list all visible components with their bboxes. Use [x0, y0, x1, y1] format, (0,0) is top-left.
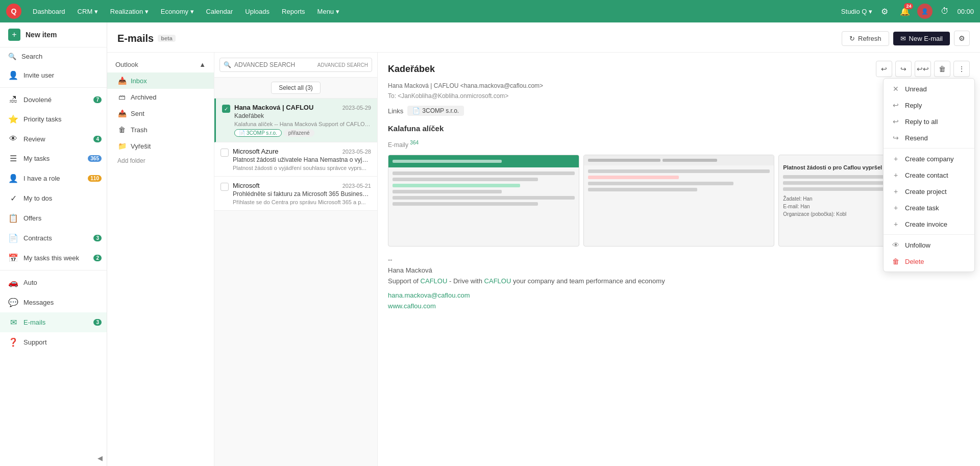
- email-settings-button[interactable]: ⚙: [954, 31, 970, 46]
- sidebar-item-taskweek[interactable]: 📅 My tasks this week 2: [0, 248, 107, 268]
- folder-trash[interactable]: 🗑 Trash: [107, 121, 214, 138]
- sidebar-item-support[interactable]: ❓ Support: [0, 332, 107, 352]
- nav-menu[interactable]: Menu ▾: [312, 5, 345, 18]
- nav-uploads[interactable]: Uploads: [240, 5, 275, 18]
- sidebar-invite-user[interactable]: 👤 Invite user: [0, 65, 107, 85]
- outlook-label: Outlook: [115, 61, 138, 68]
- sig-caflou-link2[interactable]: CAFLOU: [484, 277, 511, 285]
- archived-icon: 🗃: [117, 93, 127, 101]
- unread-label: Unread: [905, 85, 927, 93]
- timer-icon[interactable]: ⏱: [937, 3, 953, 19]
- settings-icon-btn[interactable]: ⚙: [876, 3, 893, 19]
- email-page-header: E-mails beta ↻ Refresh ✉ New E-mail ⚙: [107, 22, 980, 53]
- folder-archived[interactable]: 🗃 Archived: [107, 89, 214, 105]
- sidebar-collapse-button[interactable]: ◀: [0, 450, 107, 466]
- create-project-icon: +: [892, 187, 900, 195]
- folders-panel: Outlook ▲ 📥 Inbox 🗃 Archived 📤 Sent 🗑: [107, 53, 214, 466]
- nav-crm[interactable]: CRM ▾: [72, 5, 103, 18]
- list-icon: ☰: [8, 154, 18, 163]
- invite-user-label: Invite user: [23, 71, 99, 79]
- dropdown-reply[interactable]: ↩ Reply: [884, 97, 974, 113]
- email-detail-header: Kadeřábek ↩ ↪ ↩↩ 🗑 ⋮: [388, 61, 970, 77]
- sidebar-item-messages[interactable]: 💬 Messages: [0, 292, 107, 312]
- email-checkbox-2[interactable]: [220, 149, 229, 157]
- reply-back-button[interactable]: ↩: [876, 61, 892, 77]
- sidebar-item-dovolene[interactable]: 🏖 Dovolené 7: [0, 90, 107, 109]
- ihaverole-label: I have a role: [23, 175, 99, 182]
- dropdown-unfollow[interactable]: 👁 Unfollow: [884, 237, 974, 253]
- email-tag-assigned[interactable]: přiřazené: [284, 129, 314, 137]
- sidebar-item-priority[interactable]: ⭐ Priority tasks: [0, 109, 107, 129]
- reply-forward-button[interactable]: ↪: [895, 61, 912, 77]
- folder-group-header[interactable]: Outlook ▲: [107, 57, 214, 72]
- user-avatar[interactable]: 👤: [917, 4, 933, 19]
- email-preview-images: Platnost žádosti o pro Caflou vypršel Ža…: [388, 155, 970, 247]
- folder-vyresit[interactable]: 📁 Vyřešit: [107, 138, 214, 154]
- select-all-bar: Select all (3): [214, 78, 377, 99]
- nav-realization[interactable]: Realization ▾: [105, 5, 154, 18]
- sidebar-item-contracts[interactable]: 📄 Contracts 3: [0, 228, 107, 248]
- dropdown-divider-2: [884, 234, 974, 235]
- sidebar-item-offers[interactable]: 📋 Offers: [0, 208, 107, 228]
- delete-button[interactable]: 🗑: [934, 61, 950, 77]
- dropdown-create-contact[interactable]: + Create contact: [884, 167, 974, 183]
- sig-email-link[interactable]: hana.mackova@caflou.com: [388, 291, 470, 299]
- advanced-search-label[interactable]: ADVANCED SEARCH: [317, 62, 368, 68]
- notifications-btn[interactable]: 🔔 24: [897, 3, 913, 19]
- sidebar-item-ihaverole[interactable]: 👤 I have a role 110: [0, 168, 107, 188]
- email-subject-2: Platnost žádosti uživatele Hana Nemastna…: [233, 156, 371, 163]
- sidebar-item-auto[interactable]: 🚗 Auto: [0, 273, 107, 292]
- sidebar-item-mytasks[interactable]: ☰ My tasks 365: [0, 149, 107, 168]
- email-checkbox-3[interactable]: [220, 183, 229, 191]
- nav-calendar[interactable]: Calendar: [201, 5, 238, 18]
- sidebar-divider-2: [0, 270, 107, 271]
- email-date-2: 2023-05-28: [342, 149, 371, 155]
- add-folder-button[interactable]: Add folder: [107, 154, 214, 167]
- new-item-button[interactable]: + New item: [0, 22, 107, 47]
- dropdown-create-project[interactable]: + Create project: [884, 183, 974, 200]
- inbox-label: Inbox: [131, 77, 206, 85]
- dropdown-reply-all[interactable]: ↩ Reply to all: [884, 113, 974, 130]
- more-actions-button[interactable]: ⋮: [953, 61, 970, 77]
- email-tag-company[interactable]: 📄 3COMP s.r.o.: [234, 129, 282, 137]
- link-tag-company[interactable]: 📄 3COMP s.r.o.: [407, 106, 464, 116]
- select-all-button[interactable]: Select all (3): [271, 82, 321, 94]
- email-date-3: 2023-05-21: [342, 183, 371, 189]
- sidebar-item-emails[interactable]: ✉ E-mails 3: [0, 312, 107, 332]
- email-checkbox-1[interactable]: ✓: [222, 105, 230, 113]
- dropdown-resend[interactable]: ↪ Resend: [884, 130, 974, 146]
- dropdown-unread[interactable]: ✕ Unread: [884, 81, 974, 97]
- email-item-1[interactable]: ✓ Hana Macková | CAFLOU 2023-05-29 Kadeř…: [214, 99, 377, 142]
- new-item-label: New item: [26, 31, 57, 39]
- email-item-3[interactable]: Microsoft 2023-05-21 Prohlédněte si fakt…: [214, 177, 377, 211]
- dropdown-create-task[interactable]: + Create task: [884, 200, 974, 216]
- resend-icon: ↪: [892, 134, 900, 142]
- dropdown-delete[interactable]: 🗑 Delete: [884, 253, 974, 269]
- trash-icon: 🗑: [117, 126, 127, 134]
- sidebar-item-review[interactable]: 👁 Review 4: [0, 129, 107, 149]
- dropdown-create-invoice[interactable]: + Create invoice: [884, 216, 974, 232]
- reply-all-button[interactable]: ↩↩: [915, 61, 931, 77]
- refresh-button[interactable]: ↻ Refresh: [842, 31, 889, 46]
- sig-caflou-link1[interactable]: CAFLOU: [421, 277, 448, 285]
- messages-label: Messages: [23, 299, 99, 306]
- reply-all-label: Reply to all: [905, 118, 938, 126]
- top-navigation: Q Dashboard CRM ▾ Realization ▾ Economy …: [0, 0, 980, 22]
- email-body: Outlook ▲ 📥 Inbox 🗃 Archived 📤 Sent 🗑: [107, 53, 980, 466]
- folder-sent[interactable]: 📤 Sent: [107, 105, 214, 121]
- nav-economy[interactable]: Economy ▾: [156, 5, 199, 18]
- folder-inbox[interactable]: 📥 Inbox: [107, 72, 214, 89]
- sidebar-item-mytodos[interactable]: ✓ My to dos: [0, 188, 107, 208]
- new-email-button[interactable]: ✉ New E-mail: [893, 32, 950, 45]
- mytasks-label: My tasks: [23, 155, 99, 162]
- unread-icon: ✕: [892, 85, 900, 93]
- nav-dashboard[interactable]: Dashboard: [28, 5, 70, 18]
- sidebar-search[interactable]: 🔍 Search: [0, 47, 107, 65]
- sig-web-link[interactable]: www.caflou.com: [388, 302, 436, 310]
- studio-selector[interactable]: Studio Q ▾: [841, 8, 873, 15]
- email-links-section: Links 📄 3COMP s.r.o.: [388, 106, 970, 116]
- nav-reports[interactable]: Reports: [277, 5, 310, 18]
- email-item-2[interactable]: Microsoft Azure 2023-05-28 Platnost žádo…: [214, 142, 377, 177]
- app-logo[interactable]: Q: [6, 4, 21, 19]
- dropdown-create-company[interactable]: + Create company: [884, 151, 974, 167]
